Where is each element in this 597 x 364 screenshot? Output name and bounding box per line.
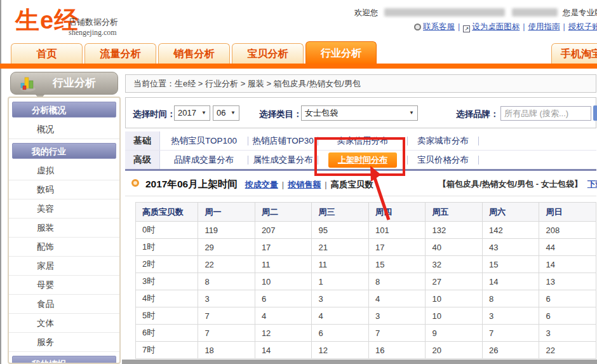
tab-row-divider bbox=[125, 169, 596, 171]
brand-search-input[interactable] bbox=[500, 106, 591, 121]
table-cell: 27 bbox=[426, 273, 483, 290]
sidebar-item[interactable]: 美容 bbox=[9, 199, 119, 219]
sidebar-item[interactable]: 数码 bbox=[9, 180, 119, 199]
nav-tab[interactable]: 流量分析 bbox=[84, 43, 156, 64]
table-row: 7时18141216202622 bbox=[136, 342, 596, 359]
active-analysis-tab[interactable]: 上架时间分布 bbox=[328, 152, 397, 168]
table-cell: 17 bbox=[255, 239, 312, 256]
header-link[interactable]: 授权子账号 bbox=[568, 22, 597, 31]
table-row: 1时29172117404344 bbox=[136, 239, 596, 256]
analysis-tab[interactable]: 属性成交量分布 bbox=[248, 154, 318, 166]
shortcut-icon: ↗ bbox=[463, 25, 470, 32]
table-row: 6时71267973 bbox=[136, 325, 596, 342]
download-link[interactable]: 下载 bbox=[587, 179, 597, 189]
table-cell: 9 bbox=[426, 325, 483, 342]
table-cell: 11 bbox=[255, 256, 312, 273]
table-cell: 7 bbox=[198, 325, 255, 342]
header-link[interactable]: 使用指南 bbox=[528, 22, 560, 31]
table-cell: 7 bbox=[482, 325, 539, 342]
tab-row-advanced: 高级品牌成交量分布属性成交量分布上架时间分布宝贝价格分布 bbox=[125, 151, 596, 169]
link-separator: | bbox=[325, 180, 326, 189]
nav-tab[interactable]: 首页 bbox=[11, 43, 83, 64]
table-cell: 6 bbox=[539, 290, 596, 307]
sidebar-section-header: 我的情报 bbox=[12, 356, 116, 364]
table-cell: 12 bbox=[255, 325, 312, 342]
table-header-cell: 周一 bbox=[198, 203, 255, 222]
tab-separator bbox=[478, 137, 479, 145]
table-header-cell: 周三 bbox=[312, 203, 369, 222]
bullet-icon bbox=[131, 179, 139, 187]
table-cell: 17 bbox=[368, 239, 426, 256]
link-separator: | bbox=[282, 180, 284, 189]
nav-tab[interactable]: 宝贝分析 bbox=[232, 43, 304, 64]
table-cell: 10 bbox=[255, 273, 312, 290]
header-link[interactable]: 联系客服 bbox=[423, 22, 455, 31]
category-filter-label: 选择类目： bbox=[259, 109, 302, 120]
sidebar-item[interactable]: 母婴 bbox=[9, 276, 119, 295]
nav-tab-mobile-taobao[interactable]: 手机淘宝版 bbox=[551, 43, 597, 64]
table-cell: 20 bbox=[426, 342, 483, 359]
table-cell: 3 bbox=[482, 307, 539, 325]
month-select[interactable]: ▼ 06 bbox=[213, 105, 239, 121]
sidebar-item[interactable]: 服务 bbox=[9, 333, 119, 352]
title-divider bbox=[125, 196, 596, 196]
logo[interactable]: 生e经 店铺数据分析 shengejing.com bbox=[15, 8, 79, 33]
analysis-tab[interactable]: 宝贝价格分布 bbox=[408, 154, 478, 166]
table-row: 2时22111115321514 bbox=[136, 256, 596, 273]
nav-tab-active[interactable]: 行业分析 bbox=[305, 41, 377, 64]
analysis-tab[interactable]: 热销店铺TOP30 bbox=[248, 135, 318, 147]
analysis-tab[interactable]: 上架时间分布 bbox=[318, 152, 407, 168]
table-row: 5时74431036 bbox=[136, 307, 596, 325]
brand-filter-label: 选择品牌： bbox=[456, 109, 499, 120]
analysis-tab[interactable]: 品牌成交量分布 bbox=[160, 154, 248, 166]
sidebar-item[interactable]: 服装 bbox=[9, 219, 119, 238]
row-label: 6时 bbox=[136, 325, 198, 342]
sidebar-header: 行业分析 bbox=[10, 72, 118, 95]
table-cell: 18 bbox=[198, 342, 255, 359]
nav-tab[interactable]: 销售分析 bbox=[158, 43, 230, 64]
horizontal-scrollbar[interactable] bbox=[122, 360, 597, 364]
category-note: 【箱包皮具/热销女包/男包 - 女士包袋】下载 bbox=[438, 176, 597, 192]
table-header-cell: 周五 bbox=[426, 203, 483, 222]
sidebar-title: 行业分析 bbox=[53, 72, 96, 94]
category-select[interactable]: ▼ 女士包袋 bbox=[301, 105, 418, 121]
table-cell: 13 bbox=[539, 273, 596, 290]
brand-search-button[interactable] bbox=[593, 105, 597, 121]
table-cell: 8 bbox=[368, 273, 426, 290]
table-cell: 10 bbox=[426, 290, 483, 307]
filter-panel: 选择时间： ▼ 2017 ▼ 06 选择类目： ▼ 女士包袋 选择品牌： bbox=[125, 97, 596, 128]
tab-group-label: 基础 bbox=[125, 131, 160, 150]
sidebar-item[interactable]: 配饰 bbox=[9, 238, 119, 257]
row-label: 0时 bbox=[136, 222, 198, 239]
view-by-volume-link[interactable]: 按成交量 bbox=[245, 180, 278, 189]
section-title-row: 2017年06月上架时间按成交量|按销售额|高质宝贝数 【箱包皮具/热销女包/男… bbox=[125, 176, 596, 192]
sidebar-item[interactable]: 概况 bbox=[9, 120, 119, 139]
year-select[interactable]: ▼ 2017 bbox=[174, 105, 210, 121]
analysis-tab[interactable]: 卖家信用分布 bbox=[318, 135, 407, 147]
table-cell: 8 bbox=[198, 273, 255, 290]
account-type-text: 您是专业版用户 bbox=[563, 8, 597, 17]
header-link[interactable]: 设为桌面图标 bbox=[472, 22, 520, 31]
analysis-tab[interactable]: 热销宝贝TOP100 bbox=[160, 135, 248, 147]
sidebar-item[interactable]: 家居 bbox=[9, 257, 119, 276]
table-cell: 6 bbox=[312, 325, 369, 342]
blurred-userid bbox=[512, 8, 558, 17]
sidebar-item[interactable]: 虚拟 bbox=[9, 161, 119, 180]
table-cell: 7 bbox=[198, 307, 255, 325]
table-cell: 15 bbox=[482, 256, 539, 273]
table-cell: 207 bbox=[255, 222, 312, 239]
table-cell: 11 bbox=[312, 256, 369, 273]
month-select-value: 06 bbox=[217, 108, 225, 118]
analysis-tab[interactable]: 卖家城市分布 bbox=[408, 135, 478, 147]
table-cell: 4 bbox=[368, 290, 426, 307]
link-separator: | bbox=[563, 22, 565, 31]
sidebar-item[interactable]: 食品 bbox=[9, 295, 119, 314]
row-label: 1时 bbox=[136, 239, 198, 256]
table-cell: 95 bbox=[312, 222, 369, 239]
row-label: 4时 bbox=[136, 290, 198, 307]
view-by-sales-link[interactable]: 按销售额 bbox=[288, 180, 321, 189]
logo-domain: shengejing.com bbox=[69, 28, 145, 37]
app-window: 生e经 店铺数据分析 shengejing.com 欢迎您 您是专业版用户 联系… bbox=[0, 0, 597, 364]
page-title: 2017年06月上架时间 bbox=[145, 179, 238, 189]
sidebar-item[interactable]: 文体 bbox=[9, 314, 119, 333]
